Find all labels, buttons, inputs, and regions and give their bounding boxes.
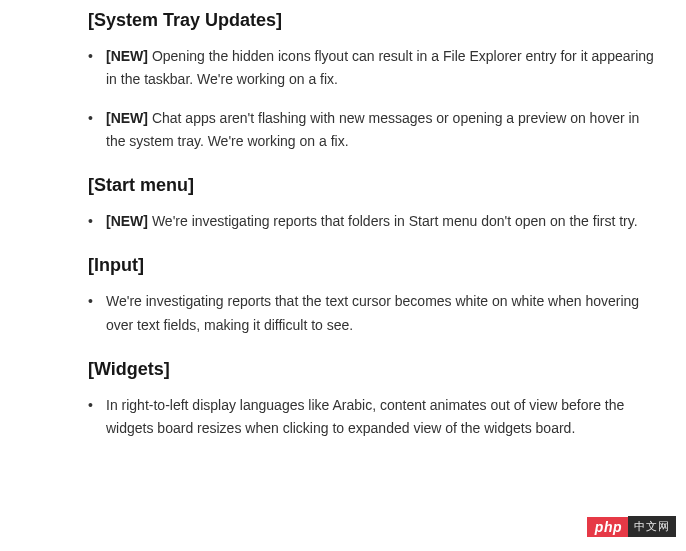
item-text: We're investigating reports that the tex… [106, 293, 639, 332]
watermark-badge: php 中文网 [587, 516, 676, 537]
section-heading-input: [Input] [88, 255, 656, 276]
section-list-start-menu: [NEW] We're investigating reports that f… [88, 210, 656, 233]
list-item: [NEW] Opening the hidden icons flyout ca… [88, 45, 656, 91]
badge-cn-label: 中文网 [628, 516, 676, 537]
badge-php-label: php [587, 517, 628, 537]
section-list-input: We're investigating reports that the tex… [88, 290, 656, 336]
item-text: Opening the hidden icons flyout can resu… [106, 48, 654, 87]
new-tag: [NEW] [106, 213, 152, 229]
list-item: [NEW] Chat apps aren't flashing with new… [88, 107, 656, 153]
document-content: [System Tray Updates] [NEW] Opening the … [0, 10, 686, 440]
item-text: Chat apps aren't flashing with new messa… [106, 110, 639, 149]
list-item: In right-to-left display languages like … [88, 394, 656, 440]
item-text: We're investigating reports that folders… [152, 213, 638, 229]
new-tag: [NEW] [106, 48, 152, 64]
list-item: We're investigating reports that the tex… [88, 290, 656, 336]
item-text: In right-to-left display languages like … [106, 397, 624, 436]
list-item: [NEW] We're investigating reports that f… [88, 210, 656, 233]
new-tag: [NEW] [106, 110, 152, 126]
section-heading-widgets: [Widgets] [88, 359, 656, 380]
section-heading-system-tray: [System Tray Updates] [88, 10, 656, 31]
section-list-system-tray: [NEW] Opening the hidden icons flyout ca… [88, 45, 656, 153]
section-list-widgets: In right-to-left display languages like … [88, 394, 656, 440]
section-heading-start-menu: [Start menu] [88, 175, 656, 196]
